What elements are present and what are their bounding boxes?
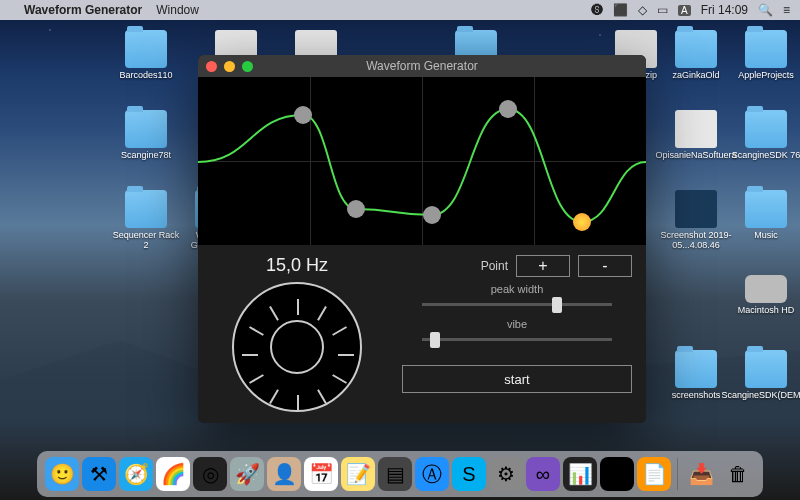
clock[interactable]: Fri 14:09	[701, 3, 748, 17]
window-title: Waveform Generator	[198, 59, 646, 73]
waveform-generator-window: Waveform Generator 15,0 Hz Point + - pea…	[198, 55, 646, 423]
desktop-icon[interactable]: ScangineSDK 76	[730, 110, 800, 161]
desktop-icon[interactable]: Screenshot 2019-05...4.08.46	[660, 190, 732, 251]
wifi-icon[interactable]: ◇	[638, 3, 647, 17]
dock-trash-icon[interactable]: 🗑	[721, 457, 755, 491]
menu-icon[interactable]: ≡	[783, 3, 790, 17]
peak-width-label: peak width	[491, 283, 544, 295]
peak-width-slider[interactable]	[422, 303, 612, 306]
minimize-button[interactable]	[224, 61, 235, 72]
dock-siri-icon[interactable]: ◎	[193, 457, 227, 491]
dock-chrome-icon[interactable]: 🌈	[156, 457, 190, 491]
menubar: Waveform Generator Window 🅢 ⬛ ◇ ▭ A Fri …	[0, 0, 800, 20]
shield-icon[interactable]: ⬛	[613, 3, 628, 17]
dock-visualstudio-icon[interactable]: ∞	[526, 457, 560, 491]
dock: 🙂⚒🧭🌈◎🚀👤📅📝▤ⒶS⚙∞📊〰📄📥🗑	[37, 451, 763, 497]
desktop-icon[interactable]: Sequencer Rack 2	[110, 190, 182, 251]
add-point-button[interactable]: +	[516, 255, 570, 277]
desktop-icon[interactable]: Scangine78t	[110, 110, 182, 161]
dock-launchpad-icon[interactable]: 🚀	[230, 457, 264, 491]
dock-safari-icon[interactable]: 🧭	[119, 457, 153, 491]
desktop-icon[interactable]: Music	[730, 190, 800, 241]
vibe-label: vibe	[507, 318, 527, 330]
dock-preferences-icon[interactable]: ⚙	[489, 457, 523, 491]
remove-point-button[interactable]: -	[578, 255, 632, 277]
desktop-icon[interactable]: Barcodes110	[110, 30, 182, 81]
waveform-control-point[interactable]	[294, 106, 312, 124]
waveform-control-point[interactable]	[347, 200, 365, 218]
maximize-button[interactable]	[242, 61, 253, 72]
window-titlebar[interactable]: Waveform Generator	[198, 55, 646, 77]
waveform-control-point[interactable]	[423, 206, 441, 224]
close-button[interactable]	[206, 61, 217, 72]
dock-waveform-icon[interactable]: 〰	[600, 457, 634, 491]
dock-skype-icon[interactable]: S	[452, 457, 486, 491]
controls-panel: 15,0 Hz Point + - peak width vibe start	[198, 245, 646, 423]
point-label: Point	[481, 259, 508, 273]
dock-calendar-icon[interactable]: 📅	[304, 457, 338, 491]
app-menu[interactable]: Waveform Generator	[24, 3, 142, 17]
vibe-slider[interactable]	[422, 338, 612, 341]
dock-contacts-icon[interactable]: 👤	[267, 457, 301, 491]
skype-statusbar-icon[interactable]: 🅢	[591, 3, 603, 17]
spotlight-icon[interactable]: 🔍	[758, 3, 773, 17]
desktop-icon[interactable]: AppleProjects	[730, 30, 800, 81]
desktop-icon[interactable]: ScangineSDK(DEMO)	[730, 350, 800, 401]
desktop-icon[interactable]: zaGinkaOld	[660, 30, 732, 81]
dock-xcode-icon[interactable]: ⚒	[82, 457, 116, 491]
desktop-icon[interactable]: OpisanieNaSoftuera	[660, 110, 732, 161]
waveform-control-point[interactable]	[499, 100, 517, 118]
battery-icon[interactable]: ▭	[657, 3, 668, 17]
waveform-canvas[interactable]	[198, 77, 646, 245]
waveform-control-point[interactable]	[573, 213, 591, 231]
start-button[interactable]: start	[402, 365, 632, 393]
frequency-dial[interactable]	[232, 282, 362, 412]
dock-downloads-icon[interactable]: 📥	[684, 457, 718, 491]
frequency-display: 15,0 Hz	[266, 255, 328, 276]
dock-pages-icon[interactable]: 📄	[637, 457, 671, 491]
desktop-icon[interactable]: Macintosh HD	[730, 270, 800, 316]
dock-sublime-icon[interactable]: ▤	[378, 457, 412, 491]
dock-finder-icon[interactable]: 🙂	[45, 457, 79, 491]
dock-notes-icon[interactable]: 📝	[341, 457, 375, 491]
dock-activity-icon[interactable]: 📊	[563, 457, 597, 491]
window-menu[interactable]: Window	[156, 3, 199, 17]
dock-appstore-icon[interactable]: Ⓐ	[415, 457, 449, 491]
a-icon[interactable]: A	[678, 5, 691, 16]
